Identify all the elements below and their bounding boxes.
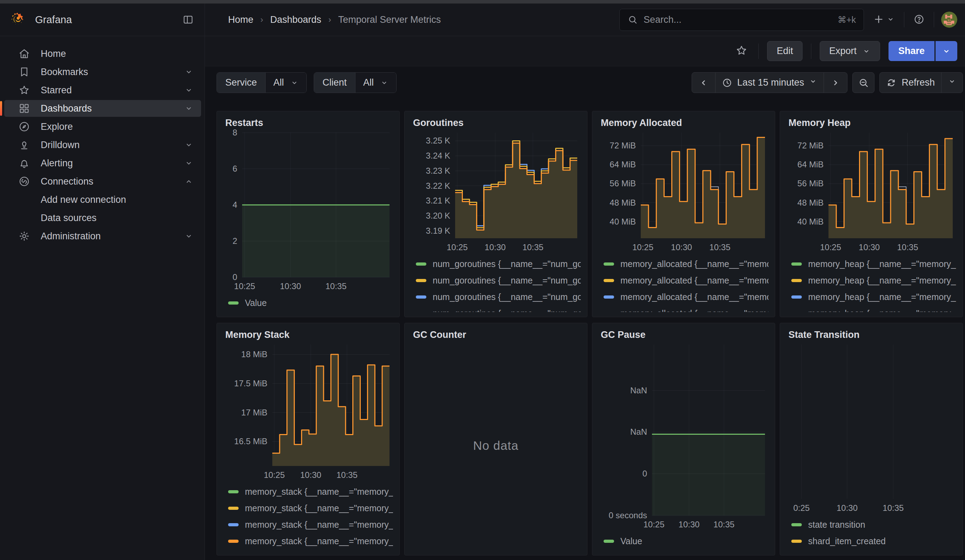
chevron-down-icon <box>184 232 193 241</box>
panel-title[interactable]: Memory Allocated <box>601 118 769 129</box>
zoom-out-icon <box>858 77 869 88</box>
refresh-group: Refresh <box>879 72 963 93</box>
legend-item[interactable]: num_goroutines {__name__="num_go <box>416 289 581 305</box>
sidebar-item-home[interactable]: Home <box>4 45 201 62</box>
svg-text:17 MiB: 17 MiB <box>241 408 267 417</box>
sidebar-item-administration[interactable]: Administration <box>4 228 201 245</box>
legend-color-marker <box>604 540 614 543</box>
breadcrumb-separator: › <box>329 15 331 24</box>
sidebar-item-label: Dashboards <box>41 103 92 114</box>
legend-item[interactable]: memory_heap {__name__="memory_h <box>791 272 956 289</box>
legend-item[interactable]: memory_heap {__name__="memory_h <box>791 289 956 305</box>
search-input[interactable]: Search... ⌘+k <box>619 9 864 31</box>
legend-item[interactable]: memory_allocated {__name__="memo <box>604 256 769 272</box>
legend-item[interactable]: Value <box>604 533 769 550</box>
question-icon <box>913 14 925 26</box>
filter-value-dropdown[interactable]: All <box>355 73 396 93</box>
svg-text:10:25: 10:25 <box>264 470 285 480</box>
panel-memory_heap: Memory Heap10:2510:3010:3572 MiB64 MiB56… <box>780 111 963 317</box>
time-series-chart[interactable]: 10:2510:3010:35NaNNaN00 seconds <box>599 341 769 532</box>
search-shortcut: ⌘+k <box>837 15 856 25</box>
time-series-chart[interactable]: 10:2510:3010:3586420 <box>223 129 393 293</box>
time-range-picker[interactable]: Last 15 minutes <box>715 73 824 93</box>
sidebar-item-add-new-connection[interactable]: Add new connection <box>4 191 201 208</box>
chevron-left-icon <box>698 78 709 88</box>
legend-item[interactable]: num_goroutines {__name__="num_go <box>416 272 581 289</box>
refresh-interval-button[interactable] <box>941 73 963 93</box>
legend-item[interactable]: memory_stack {__name__="memory_s <box>228 516 393 533</box>
panel-title[interactable]: Memory Heap <box>788 118 956 129</box>
export-button[interactable]: Export <box>820 41 880 61</box>
legend-item[interactable]: memory_allocated {__name__="memo <box>604 305 769 312</box>
bell-icon <box>18 157 30 169</box>
breadcrumb-item[interactable]: Home <box>228 15 254 25</box>
breadcrumb-item[interactable]: Dashboards <box>270 15 321 25</box>
time-series-chart[interactable]: 10:2510:3010:3518 MiB17.5 MiB17 MiB16.5 … <box>223 341 393 482</box>
legend-item[interactable]: memory_heap {__name__="memory_h <box>791 256 956 272</box>
zoom-out-button[interactable] <box>852 72 875 93</box>
svg-text:16.5 MiB: 16.5 MiB <box>234 436 267 446</box>
legend-item[interactable]: memory_heap {__name__="memory_h <box>791 305 956 312</box>
sidebar-item-drilldown[interactable]: Drilldown <box>4 137 201 153</box>
share-menu-button[interactable] <box>936 41 957 61</box>
sidebar-item-connections[interactable]: Connections <box>4 173 201 190</box>
panel-title[interactable]: Restarts <box>225 118 393 129</box>
panel-title[interactable]: GC Counter <box>413 330 581 340</box>
sidebar: Grafana HomeBookmarksStarredDashboardsEx… <box>0 3 205 560</box>
legend-item[interactable]: memory_stack {__name__="memory_s <box>228 483 393 500</box>
help-button[interactable] <box>911 11 927 28</box>
link-icon <box>18 175 30 188</box>
legend-item[interactable]: memory_stack {__name__="memory_s <box>228 533 393 550</box>
time-shift-back-button[interactable] <box>692 73 715 93</box>
legend-item[interactable]: memory_stack {__name__="memory_s <box>228 500 393 516</box>
edit-button[interactable]: Edit <box>767 41 803 61</box>
chevron-down-icon <box>948 77 956 88</box>
legend-label: memory_heap {__name__="memory_h <box>808 259 956 269</box>
legend-label: shard_item_created <box>808 536 886 546</box>
time-series-chart[interactable]: 0:2510:3010:35 <box>787 341 956 515</box>
svg-text:NaN: NaN <box>630 427 647 436</box>
sidebar-item-explore[interactable]: Explore <box>4 118 201 135</box>
sidebar-collapse-icon[interactable] <box>182 14 194 26</box>
legend-color-marker <box>791 540 802 543</box>
legend-item[interactable]: num_goroutines {__name__="num_go <box>416 305 581 312</box>
sidebar-item-starred[interactable]: Starred <box>4 82 201 99</box>
legend-item[interactable]: memory_allocated {__name__="memo <box>604 272 769 289</box>
svg-text:0: 0 <box>643 469 647 478</box>
time-shift-forward-button[interactable] <box>824 73 847 93</box>
legend-label: memory_stack {__name__="memory_s <box>245 536 393 546</box>
sidebar-item-dashboards[interactable]: Dashboards <box>4 100 201 117</box>
sidebar-item-data-sources[interactable]: Data sources <box>4 209 201 226</box>
legend-label: memory_stack {__name__="memory_s <box>245 487 393 497</box>
panel-legend: state transitionshard_item_created <box>787 515 956 550</box>
panel-legend: Value <box>223 293 393 312</box>
time-series-chart[interactable]: 10:2510:3010:3572 MiB64 MiB56 MiB48 MiB4… <box>599 129 769 255</box>
legend-color-marker <box>604 296 614 299</box>
panel-title[interactable]: GC Pause <box>601 330 769 340</box>
svg-text:10:25: 10:25 <box>820 242 841 252</box>
favorite-star-button[interactable] <box>733 42 750 60</box>
sidebar-item-bookmarks[interactable]: Bookmarks <box>4 64 201 80</box>
panel-title[interactable]: Goroutines <box>413 118 581 129</box>
sidebar-item-label: Administration <box>41 231 101 242</box>
legend-color-marker <box>791 296 802 299</box>
panel-title[interactable]: State Transition <box>788 330 956 340</box>
time-series-chart[interactable]: 10:2510:3010:3572 MiB64 MiB56 MiB48 MiB4… <box>787 129 956 255</box>
time-series-chart[interactable]: 10:2510:3010:353.25 K3.24 K3.23 K3.22 K3… <box>411 129 581 255</box>
filter-value-dropdown[interactable]: All <box>266 73 306 93</box>
share-button[interactable]: Share <box>888 41 934 61</box>
legend-item[interactable]: memory_allocated {__name__="memo <box>604 289 769 305</box>
user-avatar[interactable] <box>941 11 957 28</box>
legend-item[interactable]: state transition <box>791 516 956 533</box>
sidebar-item-alerting[interactable]: Alerting <box>4 155 201 171</box>
legend-item[interactable]: Value <box>228 295 393 311</box>
legend-label: num_goroutines {__name__="num_go <box>433 292 581 302</box>
svg-text:0:25: 0:25 <box>793 503 810 513</box>
panel-title[interactable]: Memory Stack <box>225 330 393 340</box>
search-placeholder: Search... <box>644 15 682 25</box>
legend-item[interactable]: shard_item_created <box>791 533 956 550</box>
legend-item[interactable]: num_goroutines {__name__="num_go <box>416 256 581 272</box>
add-button[interactable] <box>871 11 897 28</box>
refresh-button[interactable]: Refresh <box>880 73 941 93</box>
svg-text:8: 8 <box>233 129 237 137</box>
